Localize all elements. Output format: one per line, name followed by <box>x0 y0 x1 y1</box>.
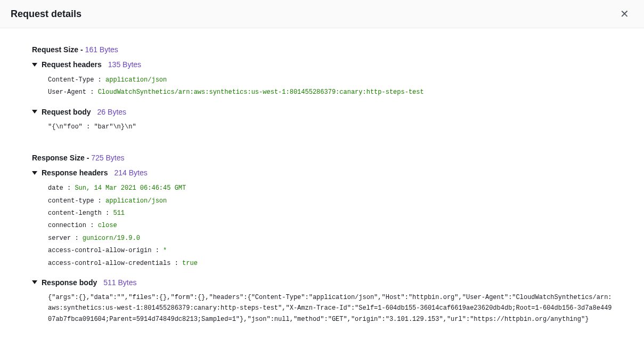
header-value: true <box>182 260 198 267</box>
close-icon: ✕ <box>620 8 629 20</box>
header-value: CloudWatchSynthetics/arn:aws:synthetics:… <box>98 88 424 96</box>
caret-down-icon <box>32 63 37 67</box>
response-body-content: {"args":{},"data":"","files":{},"form":{… <box>32 292 612 325</box>
caret-down-icon <box>32 110 37 114</box>
response-size-value: 725 Bytes <box>91 154 124 162</box>
header-colon: : <box>86 222 98 229</box>
response-headers-size: 214 Bytes <box>115 168 148 177</box>
header-key: User-Agent <box>48 88 86 96</box>
request-size-value: 161 Bytes <box>85 45 118 54</box>
header-row: access-control-allow-origin : * <box>48 245 612 257</box>
header-key: content-type <box>48 197 94 205</box>
header-key: content-length <box>48 209 102 217</box>
header-value: close <box>98 222 117 229</box>
request-size-label: Request Size - <box>32 45 85 54</box>
header-colon: : <box>94 197 105 205</box>
header-key: date <box>48 184 63 192</box>
header-colon: : <box>86 88 98 96</box>
response-headers-toggle[interactable]: Response headers 214 Bytes <box>32 168 612 177</box>
request-headers-title: Request headers <box>42 60 102 69</box>
caret-down-icon <box>32 280 37 284</box>
response-group: Response Size - 725 Bytes Response heade… <box>32 154 612 325</box>
header-value: 511 <box>113 209 125 217</box>
modal-title: Request details <box>11 9 81 20</box>
header-key: connection <box>48 222 86 229</box>
header-value: application/json <box>105 197 167 205</box>
header-key: access-control-allow-origin <box>48 247 151 254</box>
modal-header: Request details ✕ <box>0 0 644 28</box>
request-body-section: Request body 26 Bytes "{\n"foo" : "bar"\… <box>32 108 612 132</box>
request-headers-size: 135 Bytes <box>108 60 141 69</box>
response-body-size: 511 Bytes <box>103 278 136 287</box>
header-colon: : <box>170 260 182 267</box>
response-body-section: Response body 511 Bytes {"args":{},"data… <box>32 278 612 325</box>
response-headers-title: Response headers <box>42 168 108 177</box>
header-value: Sun, 14 Mar 2021 06:46:45 GMT <box>75 184 186 192</box>
request-headers-toggle[interactable]: Request headers 135 Bytes <box>32 60 612 69</box>
response-size-label: Response Size - <box>32 154 91 162</box>
request-size-line: Request Size - 161 Bytes <box>32 45 612 54</box>
modal-content: Request Size - 161 Bytes Request headers… <box>0 28 644 339</box>
header-colon: : <box>94 76 105 84</box>
header-colon: : <box>151 247 163 254</box>
header-value: gunicorn/19.9.0 <box>83 235 140 242</box>
response-size-line: Response Size - 725 Bytes <box>32 154 612 162</box>
header-key: Content-Type <box>48 76 94 84</box>
response-body-title: Response body <box>42 278 97 287</box>
request-body-content: "{\n"foo" : "bar"\n}\n" <box>32 122 612 132</box>
header-row: date : Sun, 14 Mar 2021 06:46:45 GMT <box>48 182 612 195</box>
header-row: content-type : application/json <box>48 195 612 207</box>
header-value: application/json <box>105 76 167 84</box>
request-body-title: Request body <box>42 108 91 116</box>
header-value: * <box>163 247 167 254</box>
header-row: User-Agent : CloudWatchSynthetics/arn:aw… <box>48 86 612 99</box>
header-key: server <box>48 235 71 242</box>
header-key: access-control-allow-credentials <box>48 260 170 267</box>
header-colon: : <box>71 235 83 242</box>
request-body-toggle[interactable]: Request body 26 Bytes <box>32 108 612 116</box>
header-colon: : <box>63 184 75 192</box>
response-body-toggle[interactable]: Response body 511 Bytes <box>32 278 612 287</box>
response-headers-body: date : Sun, 14 Mar 2021 06:46:45 GMTcont… <box>32 182 612 270</box>
header-colon: : <box>102 209 113 217</box>
request-headers-section: Request headers 135 Bytes Content-Type :… <box>32 60 612 99</box>
caret-down-icon <box>32 171 37 175</box>
header-row: connection : close <box>48 220 612 232</box>
close-button[interactable]: ✕ <box>616 6 633 21</box>
header-row: access-control-allow-credentials : true <box>48 257 612 270</box>
response-headers-section: Response headers 214 Bytes date : Sun, 1… <box>32 168 612 270</box>
request-headers-body: Content-Type : application/jsonUser-Agen… <box>32 74 612 99</box>
header-row: content-length : 511 <box>48 207 612 220</box>
request-body-size: 26 Bytes <box>97 108 126 116</box>
header-row: Content-Type : application/json <box>48 74 612 86</box>
header-row: server : gunicorn/19.9.0 <box>48 232 612 245</box>
